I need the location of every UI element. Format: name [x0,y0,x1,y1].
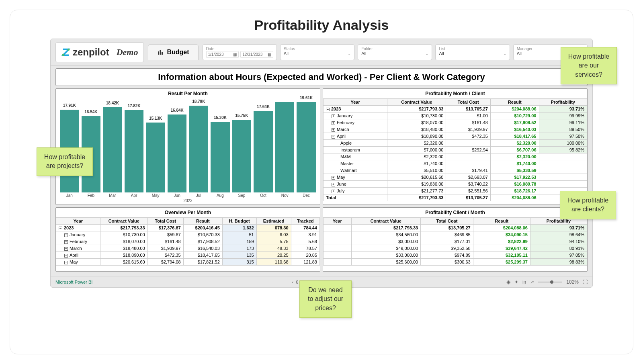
bar[interactable]: 18.79K [189,106,208,192]
table-row[interactable]: +January$10,730.00$1.00$10,729.0099.99% [324,112,587,119]
bar[interactable]: 15.75K [232,120,252,192]
table-row[interactable]: Walmart$5,510.00$179.41$5,330.59 [324,167,587,174]
filter-folder[interactable]: Folder All⌄ [358,44,432,60]
table-scroll[interactable]: YearContract ValueTotal CostResultH. Bud… [56,217,320,271]
filter-status-label: Status [284,47,351,51]
table-row[interactable]: Apple$2,320.00$2,320.00100.00% [324,140,587,147]
table-cell: +February [324,119,387,126]
table-header[interactable]: H. Budget [222,218,256,225]
table-header[interactable]: Total Cost [147,218,183,225]
table-row[interactable]: +March$18,480.00$1,939.97$16,540.0389.50… [324,126,587,133]
expand-icon[interactable]: + [332,115,335,118]
table-row[interactable]: M&M$2,320.00$2,320.00 [324,153,587,160]
table-row[interactable]: Total$217,793.33$13,705.27$204,088.06 [324,194,587,201]
table-header[interactable]: Year [56,218,100,225]
expand-icon[interactable]: + [64,247,68,251]
table-row[interactable]: $33,080.00$974.89$32,105.1197.05% [324,252,587,259]
table-row[interactable]: −2023$217,793.33$17,376.87$200,416.451,6… [56,225,320,231]
filter-list[interactable]: List All⌄ [435,44,510,60]
filter-date[interactable]: Date 1/1/2023▦ 12/31/2023▦ [203,44,277,60]
expand-icon[interactable]: + [64,261,68,264]
table-cell: 6.03 [256,231,291,238]
table-scroll[interactable]: YearContract ValueTotal CostResultProfit… [323,98,587,204]
table-header[interactable]: Total Cost [421,218,473,225]
table-row[interactable]: $217,793.33$13,705.27$204,088.0693.71% [324,225,587,231]
table-header[interactable]: Profitability [539,99,587,106]
filter-date-start[interactable]: 1/1/2023▦ [206,51,239,58]
table-header[interactable]: Estimated [256,218,291,225]
bar[interactable]: 15.13K [146,123,165,192]
table-cell: 20.25 [256,252,291,259]
filter-date-end[interactable]: 12/31/2023▦ [240,51,273,58]
table-row[interactable]: +May$20,615.60$2,693.07$17,922.53 [324,174,587,181]
fullscreen-icon[interactable]: ⛶ [583,279,588,285]
chevron-left-icon[interactable]: ‹ [292,280,293,284]
table-cell: $177.01 [421,238,473,245]
table-cell: $49,000.00 [351,245,421,252]
table-row[interactable]: +April$18,890.00$472.35$18,417.6513520.2… [56,252,320,259]
table-row[interactable]: Instagram$7,000.00$292.94$6,707.0695.82% [324,147,587,153]
facebook-icon[interactable]: ◉ [506,279,510,285]
expand-icon[interactable]: + [332,128,335,132]
table-cell: $204,088.06 [490,106,539,112]
table-header[interactable]: Contract Value [100,218,147,225]
bar[interactable]: 17.64K [254,111,273,192]
table-header[interactable]: Contract Value [387,99,446,106]
table-header[interactable]: Contract Value [351,218,421,225]
expand-icon[interactable]: + [64,233,68,237]
collapse-icon[interactable]: − [332,135,335,139]
table-header[interactable]: Result [473,218,530,225]
table-row[interactable]: +January$10,730.00$59.67$10,670.33516.03… [56,231,320,238]
bar[interactable] [275,102,295,193]
bar[interactable]: 18.42K [103,107,122,192]
table-header[interactable]: Result [490,99,539,106]
table-row[interactable]: $34,560.00$469.85$34,090.1598.64% [324,231,587,238]
collapse-icon[interactable]: − [59,227,62,230]
table-scroll[interactable]: YearContract ValueTotal CostResultProfit… [323,217,587,271]
table-row[interactable]: $49,000.00$9,352.58$39,647.4280.91% [324,245,587,252]
bar-label: 17.82K [127,104,140,108]
table-cell: $34,560.00 [351,231,421,238]
expand-icon[interactable]: + [64,254,68,258]
table-row[interactable]: Master$1,740.00$1,740.00 [324,160,587,167]
table-cell: Walmart [324,167,387,174]
chart-area[interactable]: 17.91K16.54K18.42K17.82K15.13K16.84K18.7… [56,98,320,192]
table-cell: −2023 [56,225,100,231]
table-row[interactable]: +July$21,277.73$2,551.56$18,726.17 [324,188,587,194]
bar[interactable]: 19.61K [297,102,316,193]
tab-budget[interactable]: Budget [148,44,198,60]
table-header[interactable]: Year [324,99,387,106]
share-icon[interactable]: ↗ [530,279,534,285]
table-row[interactable]: +February$18,070.00$161.48$17,908.521595… [56,238,320,245]
table-header[interactable]: Result [183,218,222,225]
expand-icon[interactable]: + [332,176,335,180]
zoom-slider[interactable] [538,282,562,282]
table-row[interactable]: +May$20,615.60$2,794.08$17,821.52315110.… [56,259,320,266]
twitter-icon[interactable]: ✦ [514,279,518,285]
table-header[interactable]: Tracked [291,218,319,225]
expand-icon[interactable]: + [332,190,335,193]
expand-icon[interactable]: + [64,240,68,244]
bar[interactable]: 16.84K [168,115,187,192]
table-cell: Apple [324,140,387,147]
table-row[interactable]: +February$18,070.00$161.48$17,908.5299.1… [324,119,587,126]
table-header[interactable]: Year [324,218,352,225]
table-row[interactable]: −2023$217,793.33$13,705.27$204,088.0693.… [324,106,587,112]
axis-label: May [146,193,165,198]
expand-icon[interactable]: + [332,183,335,186]
table-row[interactable]: $3,000.00$177.01$2,822.9994.10% [324,238,587,245]
table-header[interactable]: Total Cost [446,99,491,106]
collapse-icon[interactable]: − [326,108,330,111]
table-row[interactable]: $25,600.00$300.63$25,299.3798.83% [324,259,587,266]
bar-label: 16.54K [84,110,97,114]
bar[interactable]: 17.82K [125,110,144,192]
linkedin-icon[interactable]: in [522,279,526,285]
table-row[interactable]: −April$18,890.00$472.35$18,417.6597.50% [324,133,587,140]
filter-status[interactable]: Status All⌄ [280,44,354,60]
table-overview: YearContract ValueTotal CostResultH. Bud… [56,217,320,266]
table-row[interactable]: +March$18,480.00$1,939.97$16,540.0317348… [56,245,320,252]
table-cell: +July [324,188,387,194]
table-row[interactable]: +June$19,830.00$3,740.22$16,089.78 [324,181,587,188]
expand-icon[interactable]: + [332,121,335,125]
bar[interactable]: 15.30K [211,122,230,192]
